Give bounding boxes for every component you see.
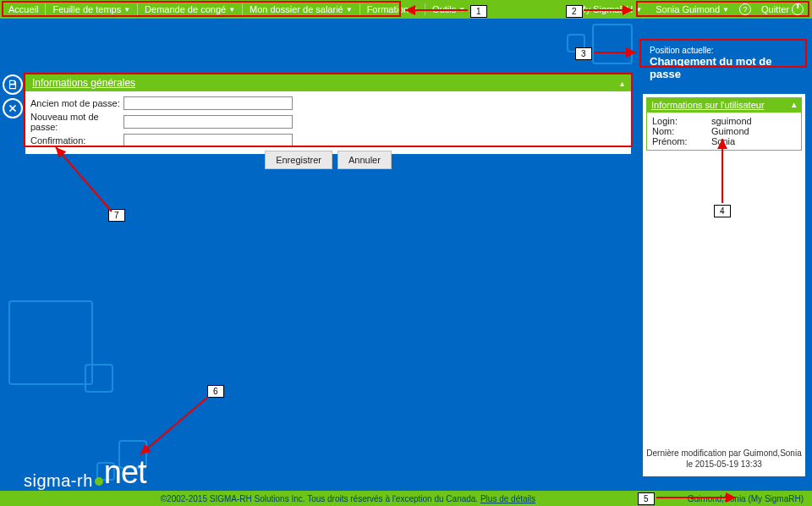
panel-header[interactable]: Informations générales ▴ bbox=[25, 74, 631, 91]
confirm-password-label: Confirmation: bbox=[30, 135, 123, 146]
cancel-button[interactable]: Annuler bbox=[337, 151, 392, 169]
nav-quit[interactable]: Quitter bbox=[758, 3, 807, 15]
deco-square bbox=[592, 24, 633, 64]
nav-user[interactable]: Sonia Guimond▼ bbox=[652, 4, 732, 14]
footer-details-link[interactable]: Plus de détails bbox=[480, 494, 535, 503]
logo: sigma-rhnet bbox=[24, 454, 146, 491]
cancel-icon-button[interactable] bbox=[3, 98, 23, 118]
prenom-label: Prénom: bbox=[652, 136, 711, 146]
old-password-input[interactable] bbox=[123, 96, 293, 110]
new-password-label: Nouveau mot de passe: bbox=[30, 112, 123, 132]
deco-square bbox=[85, 364, 113, 393]
save-icon-button[interactable] bbox=[3, 74, 23, 95]
login-value: sguimond bbox=[711, 116, 752, 126]
chevron-down-icon: ▼ bbox=[458, 6, 465, 14]
footer-context: Guimond,Sonia (My SigmaRH) bbox=[688, 494, 804, 503]
callout-4: 4 bbox=[714, 205, 731, 217]
nav-feuille[interactable]: Feuille de temps▼ bbox=[49, 4, 134, 14]
top-nav: Accueil Feuille de temps▼ Demande de con… bbox=[0, 0, 812, 19]
svg-line-5 bbox=[140, 397, 208, 454]
save-button[interactable]: Enregistrer bbox=[265, 151, 332, 169]
nav-conge[interactable]: Demande de congé▼ bbox=[141, 4, 239, 14]
deco-square bbox=[8, 300, 93, 385]
callout-6: 6 bbox=[207, 385, 224, 398]
callout-3: 3 bbox=[575, 47, 592, 60]
nav-formation[interactable]: Formation▼ bbox=[364, 4, 421, 14]
chevron-down-icon: ▼ bbox=[228, 6, 235, 14]
nav-product[interactable]: My SigmaRH▼ bbox=[575, 4, 646, 14]
current-position: Position actuelle: Changement du mot de … bbox=[643, 41, 805, 89]
general-info-panel: Informations générales ▴ Ancien mot de p… bbox=[25, 74, 631, 154]
user-info-panel: Informations sur l'utilisateur ▴ Login:s… bbox=[643, 94, 805, 476]
callout-1: 1 bbox=[470, 5, 487, 18]
prenom-value: Sonia bbox=[711, 136, 735, 146]
nav-outils[interactable]: Outils▼ bbox=[429, 4, 469, 14]
confirm-password-input[interactable] bbox=[123, 134, 293, 147]
last-modified: Dernière modification par Guimond,Sonia … bbox=[643, 448, 805, 470]
footer-copyright: ©2002-2015 SIGMA-RH Solutions Inc. Tous … bbox=[8, 494, 688, 503]
collapse-icon[interactable]: ▴ bbox=[620, 79, 624, 88]
nom-value: Guimond bbox=[711, 126, 749, 136]
floppy-icon bbox=[7, 79, 19, 91]
nom-label: Nom: bbox=[652, 126, 711, 136]
close-icon bbox=[7, 102, 19, 114]
chevron-down-icon: ▼ bbox=[635, 6, 642, 14]
position-value: Changement du mot de passe bbox=[650, 55, 798, 80]
form-buttons: Enregistrer Annuler bbox=[25, 151, 631, 169]
nav-dossier[interactable]: Mon dossier de salarié▼ bbox=[246, 4, 356, 14]
user-info-header[interactable]: Informations sur l'utilisateur ▴ bbox=[646, 97, 802, 112]
nav-right: My SigmaRH▼ Sonia Guimond▼ ? Quitter bbox=[575, 3, 807, 15]
callout-5: 5 bbox=[638, 492, 655, 505]
new-password-input[interactable] bbox=[123, 115, 293, 129]
chevron-down-icon: ▼ bbox=[411, 6, 418, 14]
nav-accueil[interactable]: Accueil bbox=[5, 4, 41, 14]
chevron-down-icon: ▼ bbox=[346, 6, 353, 14]
dot-icon bbox=[95, 477, 103, 486]
chevron-down-icon: ▼ bbox=[123, 6, 130, 14]
collapse-icon[interactable]: ▴ bbox=[792, 99, 797, 110]
footer: ©2002-2015 SIGMA-RH Solutions Inc. Tous … bbox=[0, 491, 812, 506]
callout-2: 2 bbox=[566, 5, 583, 18]
nav-left: Accueil Feuille de temps▼ Demande de con… bbox=[5, 3, 469, 15]
chevron-down-icon: ▼ bbox=[722, 6, 729, 14]
old-password-label: Ancien mot de passe: bbox=[30, 98, 123, 108]
power-icon bbox=[792, 3, 804, 15]
login-label: Login: bbox=[652, 116, 711, 126]
callout-7: 7 bbox=[108, 209, 125, 222]
position-label: Position actuelle: bbox=[650, 46, 798, 55]
panel-title: Informations générales bbox=[32, 77, 135, 89]
right-column: Position actuelle: Changement du mot de … bbox=[643, 41, 805, 476]
help-icon[interactable]: ? bbox=[739, 3, 751, 15]
